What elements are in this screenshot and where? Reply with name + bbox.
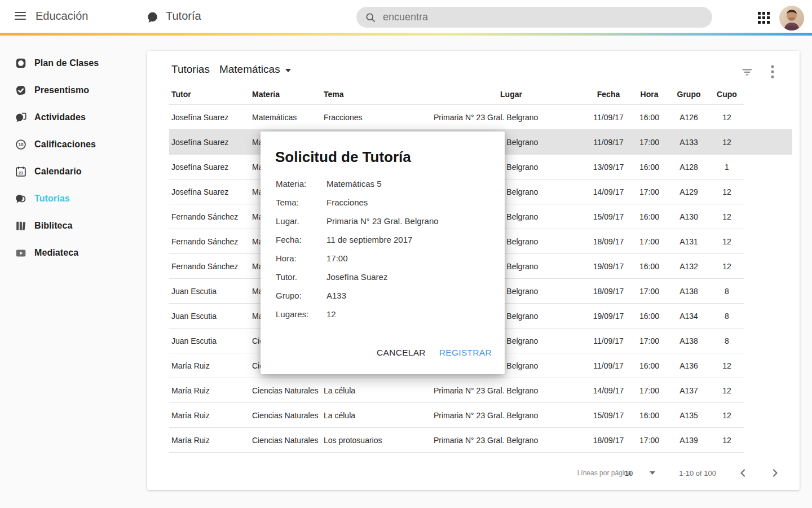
sidebar-item-label: Plan de Clases xyxy=(34,58,99,68)
cell-cupo: 12 xyxy=(707,113,747,122)
cell-fecha: 15/09/17 xyxy=(589,212,628,221)
column-header-materia[interactable]: Materia xyxy=(252,90,324,99)
cell-cupo: 12 xyxy=(707,361,747,370)
page-title: Tutorias xyxy=(171,63,210,76)
cell-fecha: 11/09/17 xyxy=(589,361,628,370)
solicitud-tutoria-dialog: Solicitud de Tutoría Materia:Matemáticas… xyxy=(261,132,505,374)
cell-materia: Ciencias Naturales xyxy=(252,436,324,445)
sidebar-item-plan-de-clases[interactable]: Plan de Clases xyxy=(0,50,147,77)
cell-cupo: 12 xyxy=(707,212,747,221)
cell-hora: 16:00 xyxy=(628,361,670,370)
cell-hora: 16:00 xyxy=(628,411,670,420)
filter-icon[interactable] xyxy=(741,65,753,78)
sidebar-item-calendario[interactable]: 21 Calendario xyxy=(0,158,147,185)
cell-tutor: Fernando Sánchez xyxy=(171,237,252,246)
previous-page-icon[interactable] xyxy=(739,468,748,478)
grades-circle-icon: 10 xyxy=(15,138,27,151)
lines-per-page-label: Líneas por página xyxy=(577,469,632,477)
cell-hora: 17:00 xyxy=(628,138,670,147)
cell-tutor: Juan Escutia xyxy=(171,336,252,345)
cell-fecha: 14/09/17 xyxy=(589,386,628,395)
search-input[interactable] xyxy=(383,11,687,23)
cell-cupo: 12 xyxy=(707,386,747,395)
cell-materia: Ciencias Naturales xyxy=(252,411,324,420)
sidebar-item-calificaciones[interactable]: 10 Calificaciones xyxy=(0,131,147,158)
app-title: Educación xyxy=(36,10,88,23)
search-bar[interactable] xyxy=(356,7,712,28)
svg-text:10: 10 xyxy=(18,142,24,147)
kebab-menu-icon[interactable] xyxy=(770,64,775,79)
cell-cupo: 12 xyxy=(707,187,747,196)
column-header-hora[interactable]: Hora xyxy=(628,90,670,99)
cell-cupo: 8 xyxy=(707,287,747,296)
class-plan-icon xyxy=(15,57,27,69)
subject-filter-dropdown[interactable]: Matemáticas xyxy=(219,63,291,76)
cell-fecha: 11/09/17 xyxy=(589,138,628,147)
cell-cupo: 12 xyxy=(707,138,747,147)
sidebar-item-tutorias[interactable]: Tutorías xyxy=(0,185,147,212)
app-header: Educación Tutoría xyxy=(0,0,812,33)
sidebar-item-presentismo[interactable]: Presentismo xyxy=(0,77,147,104)
cell-grupo: A128 xyxy=(670,163,707,172)
next-page-icon[interactable] xyxy=(770,468,779,478)
sidebar-item-label: Calendario xyxy=(34,167,82,177)
cell-tutor: Josefína Suarez xyxy=(171,187,252,196)
register-button[interactable]: REGISTRAR xyxy=(435,344,496,361)
column-header-fecha[interactable]: Fecha xyxy=(589,90,628,99)
table-row[interactable]: María RuizCiencias NaturalesLa célulaPri… xyxy=(169,378,744,403)
column-header-tutor[interactable]: Tutor xyxy=(171,90,252,99)
cell-tutor: Fernando Sánchez xyxy=(171,212,252,221)
sidebar-item-bibliteca[interactable]: Bibliteca xyxy=(0,212,147,239)
dialog-field-grupo: Grupo:A133 xyxy=(276,286,493,305)
cell-hora: 16:00 xyxy=(628,163,670,172)
column-header-tema[interactable]: Tema xyxy=(324,90,434,99)
column-header-grupo[interactable]: Grupo xyxy=(670,90,707,99)
cell-fecha: 19/09/17 xyxy=(589,262,628,271)
cell-grupo: A131 xyxy=(670,237,707,246)
pagination-bar: Líneas por página 10 1-10 of 100 xyxy=(577,468,779,478)
cancel-button[interactable]: CANCELAR xyxy=(372,344,430,361)
cell-lugar: Primaria N° 23 Gral. Belgrano xyxy=(434,113,589,122)
cell-grupo: A135 xyxy=(670,411,707,420)
column-header-cupo[interactable]: Cupo xyxy=(707,90,747,99)
cell-grupo: A138 xyxy=(670,336,707,345)
cell-tutor: María Ruiz xyxy=(171,386,252,395)
cell-fecha: 18/09/17 xyxy=(589,237,628,246)
cell-tutor: María Ruiz xyxy=(171,361,252,370)
sidebar-item-label: Tutorías xyxy=(34,194,70,204)
cell-cupo: 12 xyxy=(707,411,747,420)
cell-hora: 17:00 xyxy=(628,386,670,395)
cell-hora: 17:00 xyxy=(628,287,670,296)
chat-bubble-icon xyxy=(145,11,159,27)
cell-cupo: 12 xyxy=(707,262,747,271)
sidebar-item-mediateca[interactable]: Mediateca xyxy=(0,239,147,266)
activities-chat-icon xyxy=(15,111,27,124)
cell-tema: La célula xyxy=(324,386,434,395)
cell-lugar: Primaria N° 23 Gral. Belgrano xyxy=(434,436,589,445)
table-row[interactable]: Josefína SuarezMatemáticasFraccionesPrim… xyxy=(169,105,744,130)
video-library-icon xyxy=(15,247,27,259)
cell-grupo: A139 xyxy=(670,436,707,445)
lines-per-page-dropdown-icon[interactable] xyxy=(650,471,655,475)
cell-fecha: 14/09/17 xyxy=(589,187,628,196)
apps-grid-icon[interactable] xyxy=(758,12,770,24)
hamburger-menu-icon[interactable] xyxy=(15,12,26,21)
user-avatar[interactable] xyxy=(779,6,804,30)
cell-fecha: 11/09/17 xyxy=(589,336,628,345)
cell-lugar: Primaria N° 23 Gral. Belgrano xyxy=(434,411,589,420)
cell-tema: Fracciones xyxy=(324,113,434,122)
table-row[interactable]: María RuizCiencias NaturalesLos protosua… xyxy=(169,428,744,453)
svg-text:21: 21 xyxy=(19,170,23,176)
table-row[interactable]: María RuizCiencias NaturalesLa célulaPri… xyxy=(169,403,744,428)
tutoring-bubbles-icon xyxy=(15,192,27,205)
column-header-lugar[interactable]: Lugar xyxy=(434,90,589,99)
cell-cupo: 12 xyxy=(707,237,747,246)
calendar-icon: 21 xyxy=(15,165,27,178)
cell-hora: 17:00 xyxy=(628,187,670,196)
cell-tema: La célula xyxy=(324,411,434,420)
lines-per-page-value[interactable]: 10 xyxy=(625,469,633,478)
sidebar-item-actividades[interactable]: Actividades xyxy=(0,104,147,131)
cell-fecha: 18/09/17 xyxy=(589,436,628,445)
dialog-field-fecha: Fecha:11 de septiembre 2017 xyxy=(276,230,493,249)
cell-hora: 16:00 xyxy=(628,212,670,221)
